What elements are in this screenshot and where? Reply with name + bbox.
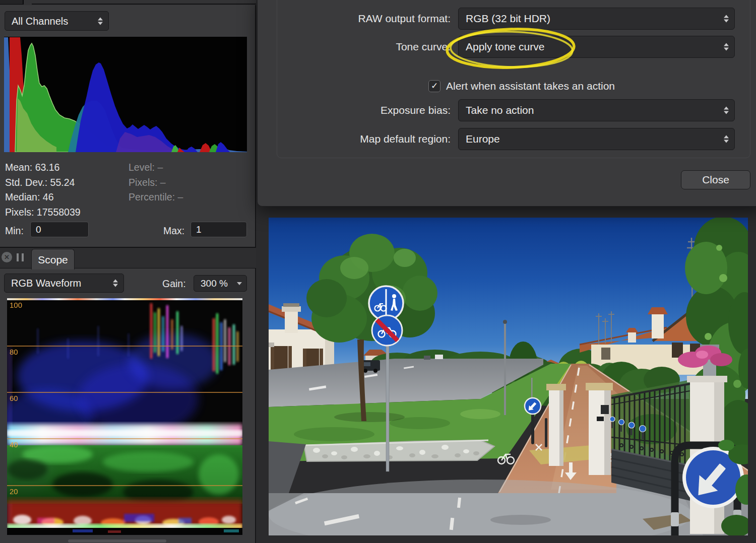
gain-label: Gain: xyxy=(162,278,186,290)
tone-curve-select[interactable]: Apply tone curve xyxy=(458,36,735,58)
stepper-icon xyxy=(724,43,729,51)
histogram-channel-select[interactable]: All Channels xyxy=(5,11,109,31)
gain-value: 300 % xyxy=(201,278,228,289)
map-default-region-select[interactable]: Europe xyxy=(458,128,735,150)
assistant-alert-checkbox[interactable]: ✓ xyxy=(428,80,440,92)
max-label: Max: xyxy=(163,225,184,237)
svg-text:100: 100 xyxy=(10,301,22,309)
pause-icon[interactable] xyxy=(17,253,24,261)
stepper-icon xyxy=(98,17,103,25)
map-default-region-label: Map default region: xyxy=(258,128,451,150)
chevron-down-icon xyxy=(237,282,242,285)
stepper-icon xyxy=(113,280,118,287)
svg-text:20: 20 xyxy=(10,487,18,496)
studio-left-panel: All Channels Mean: 63. xyxy=(0,0,256,543)
photo-canvas[interactable] xyxy=(269,218,748,535)
app-window: All Channels Mean: 63. xyxy=(0,0,756,543)
histogram-chart[interactable] xyxy=(4,37,247,152)
raw-output-format-label: RAW output format: xyxy=(258,8,451,30)
max-input[interactable] xyxy=(191,222,247,237)
histogram-channel-value: All Channels xyxy=(12,15,68,27)
assistant-preferences-dialog: RAW output format: RGB (32 bit HDR) Tone… xyxy=(257,0,756,207)
svg-text:60: 60 xyxy=(10,394,18,402)
scope-mode-select[interactable]: RGB Waveform xyxy=(4,274,124,293)
min-input[interactable] xyxy=(30,222,89,237)
no-bikes-sign xyxy=(372,315,402,346)
svg-text:80: 80 xyxy=(10,348,18,356)
exposure-bias-label: Exposure bias: xyxy=(258,99,451,121)
histogram-stats-primary: Mean: 63.16 Std. Dev.: 55.24 Median: 46 … xyxy=(5,160,81,220)
waveform-scope[interactable]: 100 80 60 40 20 xyxy=(7,298,242,535)
svg-text:40: 40 xyxy=(10,440,18,449)
horizontal-scrollbar-thumb[interactable] xyxy=(68,539,166,542)
panel-tab-fragment[interactable] xyxy=(0,0,24,5)
tone-curve-label: Tone curve: xyxy=(258,36,451,58)
panel-tabstrip xyxy=(0,0,256,5)
tab-scope[interactable]: Scope xyxy=(31,249,75,269)
min-label: Min: xyxy=(5,225,24,237)
scope-mode-value: RGB Waveform xyxy=(11,278,81,289)
scope-panel-header: ✕ Scope xyxy=(0,247,256,268)
raw-output-format-select[interactable]: RGB (32 bit HDR) xyxy=(458,8,735,30)
exposure-bias-select[interactable]: Take no action xyxy=(458,99,735,121)
gain-select[interactable]: 300 % xyxy=(194,275,247,292)
close-button[interactable]: Close xyxy=(681,170,750,189)
stepper-icon xyxy=(724,107,729,114)
close-icon[interactable]: ✕ xyxy=(2,252,12,262)
assistant-alert-label: Alert when assistant takes an action xyxy=(446,80,615,93)
histogram-stats-secondary: Level: – Pixels: – Percentile: – xyxy=(129,160,183,205)
stepper-icon xyxy=(724,15,729,23)
stepper-icon xyxy=(724,135,729,143)
